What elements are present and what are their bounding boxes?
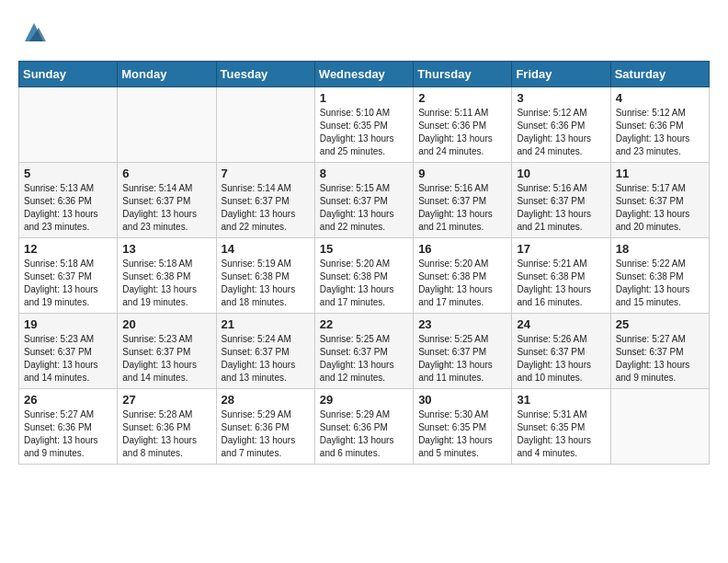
calendar-cell: 28Sunrise: 5:29 AM Sunset: 6:36 PM Dayli… <box>216 389 314 465</box>
day-number: 15 <box>320 242 408 256</box>
weekday-header-wednesday: Wednesday <box>314 62 413 87</box>
calendar-cell: 31Sunrise: 5:31 AM Sunset: 6:35 PM Dayli… <box>512 389 610 465</box>
day-info: Sunrise: 5:24 AM Sunset: 6:37 PM Dayligh… <box>222 333 310 385</box>
calendar-cell: 22Sunrise: 5:25 AM Sunset: 6:37 PM Dayli… <box>314 314 413 389</box>
calendar-cell <box>216 87 314 163</box>
day-number: 10 <box>517 167 605 180</box>
day-number: 24 <box>517 317 605 331</box>
calendar-cell <box>610 389 709 465</box>
day-number: 30 <box>418 393 506 407</box>
calendar-week-row: 1Sunrise: 5:10 AM Sunset: 6:35 PM Daylig… <box>19 87 710 163</box>
day-info: Sunrise: 5:25 AM Sunset: 6:37 PM Dayligh… <box>320 333 408 385</box>
calendar-cell: 13Sunrise: 5:18 AM Sunset: 6:38 PM Dayli… <box>118 238 216 314</box>
calendar-week-row: 26Sunrise: 5:27 AM Sunset: 6:36 PM Dayli… <box>19 389 710 465</box>
weekday-header-thursday: Thursday <box>414 62 512 87</box>
day-number: 21 <box>222 317 310 331</box>
logo-text <box>18 18 48 46</box>
day-number: 18 <box>616 242 704 256</box>
calendar-cell: 14Sunrise: 5:19 AM Sunset: 6:38 PM Dayli… <box>216 238 314 314</box>
day-info: Sunrise: 5:30 AM Sunset: 6:35 PM Dayligh… <box>418 408 506 460</box>
day-number: 31 <box>517 393 605 407</box>
calendar-cell: 2Sunrise: 5:11 AM Sunset: 6:36 PM Daylig… <box>414 87 512 163</box>
calendar-cell: 7Sunrise: 5:14 AM Sunset: 6:37 PM Daylig… <box>216 163 314 238</box>
calendar-cell <box>118 87 216 163</box>
calendar-cell: 11Sunrise: 5:17 AM Sunset: 6:37 PM Dayli… <box>610 163 709 238</box>
day-info: Sunrise: 5:12 AM Sunset: 6:36 PM Dayligh… <box>517 107 605 158</box>
day-info: Sunrise: 5:31 AM Sunset: 6:35 PM Dayligh… <box>517 408 605 460</box>
day-number: 26 <box>24 393 112 407</box>
day-number: 3 <box>517 91 605 105</box>
day-number: 29 <box>320 393 408 407</box>
calendar-cell: 29Sunrise: 5:29 AM Sunset: 6:36 PM Dayli… <box>314 389 413 465</box>
day-info: Sunrise: 5:29 AM Sunset: 6:36 PM Dayligh… <box>320 408 408 460</box>
day-info: Sunrise: 5:16 AM Sunset: 6:37 PM Dayligh… <box>418 182 506 234</box>
day-info: Sunrise: 5:26 AM Sunset: 6:37 PM Dayligh… <box>517 333 605 385</box>
day-info: Sunrise: 5:20 AM Sunset: 6:38 PM Dayligh… <box>320 258 408 309</box>
calendar-cell: 12Sunrise: 5:18 AM Sunset: 6:37 PM Dayli… <box>19 238 118 314</box>
day-number: 23 <box>418 317 506 331</box>
calendar-cell <box>19 87 118 163</box>
calendar-cell: 19Sunrise: 5:23 AM Sunset: 6:37 PM Dayli… <box>19 314 118 389</box>
day-info: Sunrise: 5:23 AM Sunset: 6:37 PM Dayligh… <box>122 333 210 385</box>
calendar-cell: 24Sunrise: 5:26 AM Sunset: 6:37 PM Dayli… <box>512 314 610 389</box>
day-number: 9 <box>418 167 506 180</box>
calendar-cell: 6Sunrise: 5:14 AM Sunset: 6:37 PM Daylig… <box>118 163 216 238</box>
calendar-cell: 26Sunrise: 5:27 AM Sunset: 6:36 PM Dayli… <box>19 389 118 465</box>
day-number: 19 <box>24 317 112 331</box>
day-info: Sunrise: 5:22 AM Sunset: 6:38 PM Dayligh… <box>616 258 704 309</box>
calendar-cell: 23Sunrise: 5:25 AM Sunset: 6:37 PM Dayli… <box>414 314 512 389</box>
day-number: 6 <box>122 167 210 180</box>
day-info: Sunrise: 5:14 AM Sunset: 6:37 PM Dayligh… <box>122 182 210 234</box>
day-info: Sunrise: 5:14 AM Sunset: 6:37 PM Dayligh… <box>222 182 310 234</box>
day-number: 22 <box>320 317 408 331</box>
day-number: 8 <box>320 167 408 180</box>
calendar-cell: 16Sunrise: 5:20 AM Sunset: 6:38 PM Dayli… <box>414 238 512 314</box>
calendar-cell: 15Sunrise: 5:20 AM Sunset: 6:38 PM Dayli… <box>314 238 413 314</box>
day-info: Sunrise: 5:19 AM Sunset: 6:38 PM Dayligh… <box>222 258 310 309</box>
calendar-week-row: 19Sunrise: 5:23 AM Sunset: 6:37 PM Dayli… <box>19 314 710 389</box>
day-info: Sunrise: 5:28 AM Sunset: 6:36 PM Dayligh… <box>122 408 210 460</box>
logo <box>18 18 48 46</box>
page-header <box>18 18 710 46</box>
day-info: Sunrise: 5:10 AM Sunset: 6:35 PM Dayligh… <box>320 107 408 158</box>
day-info: Sunrise: 5:20 AM Sunset: 6:38 PM Dayligh… <box>418 258 506 309</box>
day-number: 20 <box>122 317 210 331</box>
day-number: 4 <box>616 91 704 105</box>
calendar-cell: 18Sunrise: 5:22 AM Sunset: 6:38 PM Dayli… <box>610 238 709 314</box>
calendar-cell: 8Sunrise: 5:15 AM Sunset: 6:37 PM Daylig… <box>314 163 413 238</box>
day-info: Sunrise: 5:18 AM Sunset: 6:37 PM Dayligh… <box>24 258 112 309</box>
day-number: 5 <box>24 167 112 180</box>
day-info: Sunrise: 5:15 AM Sunset: 6:37 PM Dayligh… <box>320 182 408 234</box>
calendar-cell: 27Sunrise: 5:28 AM Sunset: 6:36 PM Dayli… <box>118 389 216 465</box>
day-info: Sunrise: 5:23 AM Sunset: 6:37 PM Dayligh… <box>24 333 112 385</box>
day-number: 13 <box>122 242 210 256</box>
day-info: Sunrise: 5:11 AM Sunset: 6:36 PM Dayligh… <box>418 107 506 158</box>
weekday-header-friday: Friday <box>512 62 610 87</box>
day-number: 2 <box>418 91 506 105</box>
day-number: 17 <box>517 242 605 256</box>
day-number: 16 <box>418 242 506 256</box>
calendar-cell: 20Sunrise: 5:23 AM Sunset: 6:37 PM Dayli… <box>118 314 216 389</box>
weekday-header-saturday: Saturday <box>610 62 709 87</box>
day-number: 27 <box>122 393 210 407</box>
calendar-cell: 25Sunrise: 5:27 AM Sunset: 6:37 PM Dayli… <box>610 314 709 389</box>
calendar-cell: 9Sunrise: 5:16 AM Sunset: 6:37 PM Daylig… <box>414 163 512 238</box>
day-info: Sunrise: 5:29 AM Sunset: 6:36 PM Dayligh… <box>222 408 310 460</box>
calendar-cell: 5Sunrise: 5:13 AM Sunset: 6:36 PM Daylig… <box>19 163 118 238</box>
logo-icon <box>20 18 48 46</box>
calendar-cell: 17Sunrise: 5:21 AM Sunset: 6:38 PM Dayli… <box>512 238 610 314</box>
day-info: Sunrise: 5:25 AM Sunset: 6:37 PM Dayligh… <box>418 333 506 385</box>
day-info: Sunrise: 5:13 AM Sunset: 6:36 PM Dayligh… <box>24 182 112 234</box>
day-number: 28 <box>222 393 310 407</box>
day-number: 11 <box>616 167 704 180</box>
day-info: Sunrise: 5:27 AM Sunset: 6:36 PM Dayligh… <box>24 408 112 460</box>
day-number: 12 <box>24 242 112 256</box>
weekday-header-monday: Monday <box>118 62 216 87</box>
day-number: 25 <box>616 317 704 331</box>
day-info: Sunrise: 5:16 AM Sunset: 6:37 PM Dayligh… <box>517 182 605 234</box>
day-info: Sunrise: 5:12 AM Sunset: 6:36 PM Dayligh… <box>616 107 704 158</box>
day-info: Sunrise: 5:17 AM Sunset: 6:37 PM Dayligh… <box>616 182 704 234</box>
calendar-cell: 3Sunrise: 5:12 AM Sunset: 6:36 PM Daylig… <box>512 87 610 163</box>
calendar-header-row: SundayMondayTuesdayWednesdayThursdayFrid… <box>19 62 710 87</box>
calendar-cell: 30Sunrise: 5:30 AM Sunset: 6:35 PM Dayli… <box>414 389 512 465</box>
